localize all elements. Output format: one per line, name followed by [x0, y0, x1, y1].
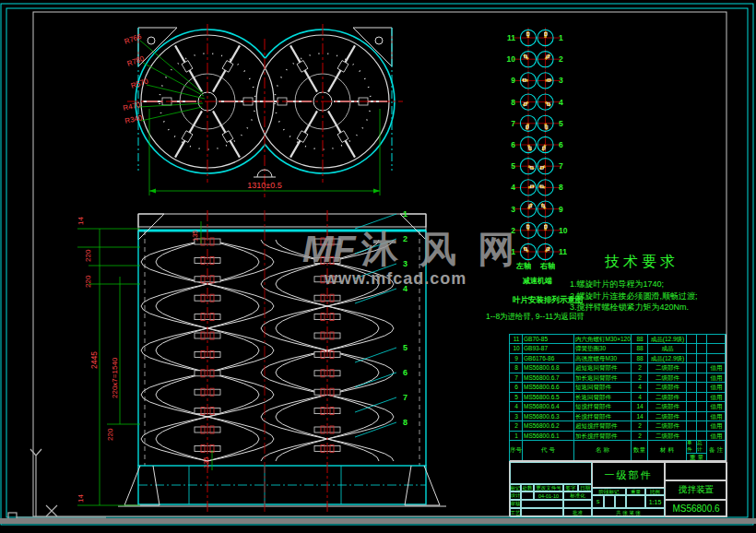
assembly-level: 一级部件	[592, 462, 665, 488]
table-cell: MS56800.6.8	[523, 363, 574, 372]
table-cell	[687, 402, 697, 410]
arrangement-row: 84	[511, 92, 563, 113]
table-cell: 9	[510, 354, 523, 362]
table-cell: 二级部件	[648, 363, 687, 372]
stage-box-3	[615, 495, 626, 508]
bom-header-no: 序号	[510, 441, 523, 460]
standard-sign	[563, 500, 592, 508]
blade-arrangement-diagram: 11110293847566574839210111	[507, 28, 568, 262]
table-cell	[697, 393, 707, 401]
dim-seg1: 220	[84, 249, 92, 262]
design-date: 04-01-10	[534, 492, 563, 500]
arrangement-row: 39	[511, 199, 563, 219]
table-cell: 超短返回臂部件	[574, 363, 632, 372]
table-cell: 7	[510, 373, 523, 382]
arrangement-left-number: 4	[511, 183, 515, 192]
arrangement-right-number: 2	[559, 54, 563, 64]
table-cell: 借用	[707, 421, 726, 430]
bom-header-total: 总计	[697, 440, 706, 453]
table-cell	[687, 373, 697, 382]
table-cell: 6	[510, 383, 523, 391]
table-cell	[697, 383, 707, 391]
table-cell: MS56800.6.6	[523, 383, 574, 391]
arrangement-row: 48	[511, 177, 563, 197]
arrangement-note: 1--8为进给臂, 9--11为返回臂	[486, 312, 585, 323]
arrangement-right-number: 4	[559, 98, 563, 107]
rev-doc-label: 更改文件号	[534, 484, 563, 492]
role-process: 工艺	[510, 508, 521, 517]
balloon-number: 5	[403, 343, 408, 352]
dim-overall: 2445	[89, 351, 99, 369]
process-sign	[521, 508, 563, 517]
dim-seg3: 220	[106, 428, 114, 441]
table-cell	[707, 344, 726, 352]
role-check: 审核	[510, 500, 521, 508]
table-cell	[697, 421, 707, 430]
radius-label: R780	[126, 54, 147, 68]
table-row: 2MS56800.6.2超短搅拌臂部件2二级部件借用	[510, 421, 726, 431]
table-cell	[697, 373, 707, 382]
table-row: 9GB6176-86高强度螺母M3088成品(12.9级)	[510, 354, 726, 363]
balloon-number: 7	[403, 393, 408, 402]
table-cell: 加长返回臂部件	[574, 373, 632, 382]
table-cell: 4	[632, 393, 648, 401]
table-row: 5MS56800.6.5长返回臂部件4二级部件借用	[510, 393, 726, 402]
table-cell	[687, 354, 697, 362]
table-cell	[687, 344, 697, 352]
sheet-note: 共 张 第 张	[592, 508, 665, 517]
table-cell	[697, 412, 707, 420]
table-row: 10GB93-87弹簧垫圈3088成品	[510, 344, 726, 353]
plan-width-dim-label: 1310±0.5	[247, 181, 281, 190]
rev-date-label: 日期	[578, 484, 592, 492]
plan-view: R766 R780 R570 R470 R340 1310±0.5	[123, 24, 403, 197]
dim-depth-bottom: 135	[202, 456, 210, 468]
role-approve: 批准	[563, 508, 592, 517]
rev-sign-label: 签字	[563, 484, 578, 492]
arrangement-row: 57	[511, 156, 563, 176]
balloon-leader	[355, 422, 396, 437]
bom-header-row: 序号 代 号 名 称 数量 材 料 单件 总计 重 量 备 注	[510, 441, 726, 461]
table-cell	[707, 335, 726, 343]
arrangement-right-number: 8	[559, 183, 563, 192]
scale-label: 比例	[645, 488, 665, 495]
cad-drawing-canvas: R766 R780 R570 R470 R340 1310±0.5	[0, 0, 756, 533]
dim-pitch-total: 220x7=1540	[111, 357, 119, 398]
balloon-number: 6	[403, 368, 408, 377]
radius-label: R766	[124, 32, 144, 46]
weight-label: 重量	[626, 488, 645, 495]
table-row: 8MS56800.6.8超短返回臂部件2二级部件借用	[510, 363, 726, 373]
left-axis-label: 左轴	[516, 261, 531, 271]
dim-depth-top: 135	[191, 230, 199, 242]
arrangement-row: 66	[511, 135, 563, 155]
table-cell: 88	[632, 335, 648, 343]
drawing-number: MS56800.6	[665, 500, 727, 517]
table-cell	[697, 354, 707, 362]
table-cell: 二级部件	[648, 393, 687, 401]
arrangement-right-number: 3	[559, 76, 563, 85]
table-cell	[707, 354, 726, 362]
arrangement-right-number: 6	[559, 140, 563, 149]
arrangement-right-number: 10	[559, 226, 568, 235]
arrangement-right-number: 1	[559, 33, 563, 42]
table-cell: 二级部件	[648, 373, 687, 382]
table-cell: 成品(12.9级)	[648, 354, 687, 362]
role-standard: 标准化	[563, 492, 592, 500]
table-cell	[687, 412, 697, 420]
table-cell	[697, 335, 707, 343]
table-cell: 借用	[707, 393, 726, 401]
reducer-end-label: 减速机端	[523, 276, 552, 286]
arrangement-row: 111	[507, 28, 563, 48]
bom-header-material: 材 料	[648, 441, 687, 460]
table-cell: 成品	[648, 344, 687, 352]
tech-req-list: 1.螺旋叶片的导程为1740; 2.螺旋叶片连接必须圆滑,顺畅过渡; 3.搅拌臂…	[570, 278, 698, 314]
table-cell: 加长搅拌臂部件	[574, 432, 632, 440]
table-cell: 二级部件	[648, 412, 687, 420]
balloon-leader	[355, 373, 396, 387]
table-cell: 内六角螺钉M30×120	[574, 335, 632, 343]
table-cell: 高强度螺母M30	[574, 354, 632, 362]
table-cell: 长搅拌臂部件	[574, 412, 632, 420]
arrangement-left-number: 8	[511, 98, 515, 107]
table-cell: MS56800.6.3	[523, 412, 574, 420]
bom-header-name: 名 称	[574, 441, 632, 460]
ucs-axis-icon	[8, 449, 106, 521]
